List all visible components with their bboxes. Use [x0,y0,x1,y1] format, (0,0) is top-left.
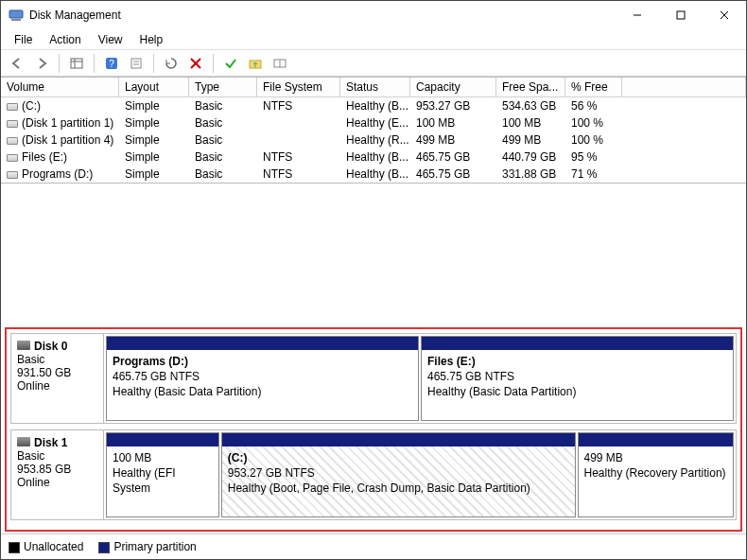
disk-name: Disk 0 [17,340,97,353]
partition-status: Healthy (Basic Data Partition) [427,384,727,399]
window-controls [616,1,746,29]
view-table-icon[interactable] [66,53,87,74]
help-icon[interactable]: ? [101,53,122,74]
col-type[interactable]: Type [189,78,257,96]
cell-volume: (Disk 1 partition 4) [1,132,119,148]
svg-text:?: ? [109,59,114,69]
partition-size: 953.27 GB NTFS [228,465,569,481]
maximize-button[interactable] [659,1,703,29]
cell-status: Healthy (B... [340,166,410,182]
back-button[interactable] [7,53,27,74]
refresh-icon[interactable] [161,53,182,74]
table-row[interactable]: Programs (D:)SimpleBasicNTFSHealthy (B..… [1,166,746,183]
check-icon[interactable] [220,53,241,74]
cell-layout: Simple [119,115,189,131]
close-button[interactable] [703,1,746,29]
volume-icon [7,154,18,162]
partition-header-bar [107,433,218,446]
cell-layout: Simple [119,132,189,148]
col-filesystem[interactable]: File System [257,78,340,96]
cell-capacity: 100 MB [410,115,496,131]
partition-size: 100 MB [113,450,213,465]
table-body: (C:)SimpleBasicNTFSHealthy (B...953.27 G… [1,97,746,183]
folder-up-icon[interactable] [245,53,266,74]
partition-status: Healthy (EFI System [113,465,213,496]
toolbar: ? [1,50,746,77]
properties-icon[interactable] [126,53,147,74]
disk-kind: Basic [17,449,97,463]
menu-action[interactable]: Action [42,31,88,48]
cell-capacity: 465.75 GB [410,166,496,182]
disk-size: 953.85 GB [17,463,97,476]
col-extra[interactable] [622,78,746,96]
forward-button[interactable] [31,53,52,74]
titlebar[interactable]: Disk Management [1,1,746,29]
col-free[interactable]: Free Spa... [496,78,565,96]
cell-free: 440.79 GB [496,149,565,165]
partition[interactable]: Programs (D:)465.75 GB NTFSHealthy (Basi… [106,336,419,421]
partition[interactable]: 100 MBHealthy (EFI System [106,432,219,517]
table-header[interactable]: Volume Layout Type File System Status Ca… [1,78,746,97]
table-row[interactable]: Files (E:)SimpleBasicNTFSHealthy (B...46… [1,149,746,166]
cell-pct: 71 % [565,166,622,182]
partition-header-bar [107,337,418,350]
window-root: Disk Management File Action View Help ? … [0,0,747,560]
disk-kind: Basic [17,353,97,366]
disk-size: 931.50 GB [17,366,97,379]
menu-help[interactable]: Help [132,31,171,48]
cell-status: Healthy (B... [340,98,410,114]
partition-status: Healthy (Boot, Page File, Crash Dump, Ba… [228,481,569,496]
volume-icon [7,171,18,179]
cell-fs: NTFS [257,98,340,114]
disk-state: Online [17,476,97,489]
disk-row: Disk 0Basic931.50 GBOnlinePrograms (D:)4… [10,333,737,424]
cell-volume: (C:) [1,98,119,114]
partition-body: 499 MBHealthy (Recovery Partition) [579,446,734,516]
partition-title: (C:) [228,450,569,465]
delete-icon[interactable] [185,53,206,74]
cell-free: 534.63 GB [496,98,565,114]
partition[interactable]: Files (E:)465.75 GB NTFSHealthy (Basic D… [421,336,734,421]
volume-icon [7,120,18,128]
partition-size: 499 MB [584,450,728,465]
volume-icon [7,103,18,111]
disk-info[interactable]: Disk 0Basic931.50 GBOnline [11,334,104,423]
col-status[interactable]: Status [340,78,410,96]
disk-info[interactable]: Disk 1Basic953.85 GBOnline [11,430,104,519]
cell-fs: NTFS [257,166,340,182]
black-swatch-icon [9,542,20,553]
svg-rect-3 [677,11,685,19]
table-row[interactable]: (Disk 1 partition 4)SimpleBasicHealthy (… [1,131,746,149]
cell-pct: 56 % [565,98,622,114]
col-volume[interactable]: Volume [1,78,119,96]
partition-title: Programs (D:) [113,354,412,369]
table-row[interactable]: (Disk 1 partition 1)SimpleBasicHealthy (… [1,114,746,131]
cell-capacity: 465.75 GB [410,149,496,165]
cell-free: 331.88 GB [496,166,565,182]
minimize-button[interactable] [616,1,659,29]
partition[interactable]: 499 MBHealthy (Recovery Partition) [578,432,735,517]
partition[interactable]: (C:)953.27 GB NTFSHealthy (Boot, Page Fi… [221,432,576,517]
partition-title: Files (E:) [427,354,727,369]
partition-body: 100 MBHealthy (EFI System [107,446,218,516]
legend-primary: Primary partition [98,540,196,553]
volume-icon [7,137,18,145]
table-row[interactable]: (C:)SimpleBasicNTFSHealthy (B...953.27 G… [1,97,746,114]
cell-status: Healthy (R... [340,132,410,148]
cell-layout: Simple [119,166,189,182]
cell-status: Healthy (B... [340,149,410,165]
col-capacity[interactable]: Capacity [410,78,496,96]
menu-file[interactable]: File [7,31,40,48]
partition-size: 465.75 GB NTFS [113,369,412,384]
cell-capacity: 953.27 GB [410,98,496,114]
grid-icon[interactable] [269,53,290,74]
partition-body: Programs (D:)465.75 GB NTFSHealthy (Basi… [107,350,418,420]
svg-rect-6 [71,59,82,68]
partition-header-bar [222,433,575,446]
disk-name: Disk 1 [17,436,97,449]
col-layout[interactable]: Layout [119,78,189,96]
cell-volume: Programs (D:) [1,166,119,182]
menu-view[interactable]: View [91,31,130,48]
cell-type: Basic [189,115,257,131]
col-pctfree[interactable]: % Free [565,78,622,96]
